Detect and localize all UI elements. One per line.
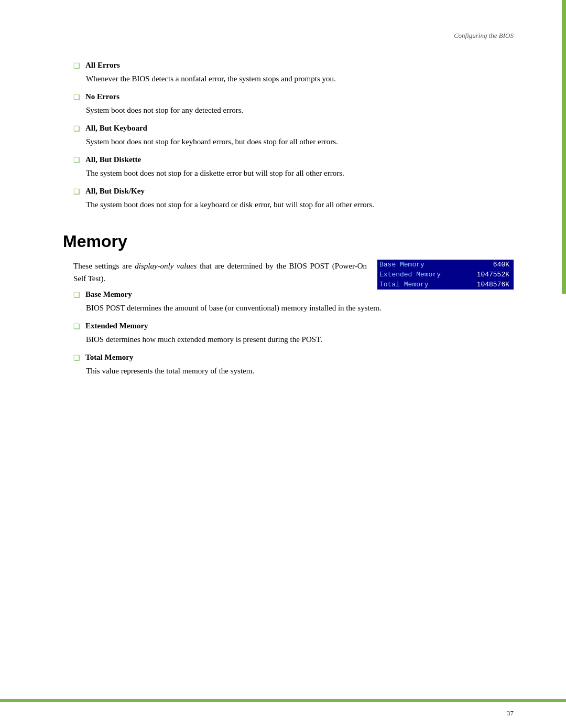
bios-table-container: Base Memory 640K Extended Memory 1047552… [377,260,514,290]
bullet-label-extended-memory: Extended Memory [85,322,148,330]
bullet-label-all-but-disk-key: All, But Disk/Key [85,187,145,196]
checkbox-icon-all-but-disk-key: ❑ [73,187,80,196]
bullet-item-all-but-keyboard: ❑ All, But Keyboard [73,124,514,133]
base-memory-value: 640K [464,260,514,270]
extended-memory-value: 1047552K [464,270,514,280]
bullet-label-all-but-diskette: All, But Diskette [85,155,141,164]
bullet-list-section: ❑ All Errors Whenever the BIOS detects a… [73,61,514,211]
bullet-item-no-errors: ❑ No Errors [73,92,514,102]
checkbox-icon-all-errors: ❑ [73,61,80,70]
bullet-label-all-but-keyboard: All, But Keyboard [85,124,147,133]
bullet-desc-extended-memory: BIOS determines how much extended memory… [86,333,514,346]
page-container: Configuring the BIOS ❑ All Errors Whenev… [0,0,566,728]
total-memory-label: Total Memory [377,280,464,290]
extended-memory-label: Extended Memory [377,270,464,280]
bullet-desc-all-errors: Whenever the BIOS detects a nonfatal err… [86,72,514,85]
bullet-desc-no-errors: System boot does not stop for any detect… [86,104,514,116]
bottom-bar-decoration [0,699,566,702]
bullet-label-base-memory: Base Memory [85,290,132,299]
table-row-base-memory: Base Memory 640K [377,260,514,270]
memory-intro-part1: These settings are [73,262,135,270]
bullet-desc-base-memory: BIOS POST determines the amount of base … [86,302,514,314]
bullet-label-no-errors: No Errors [85,92,119,101]
checkbox-icon-base-memory: ❑ [73,291,80,299]
bullet-item-extended-memory: ❑ Extended Memory [73,322,514,331]
bullet-item-all-but-disk-key: ❑ All, But Disk/Key [73,187,514,196]
bullet-label-all-errors: All Errors [85,61,120,70]
total-memory-value: 1048576K [464,280,514,290]
bullet-item-base-memory: ❑ Base Memory [73,290,367,299]
memory-section-heading: Memory [63,232,514,251]
checkbox-icon-all-but-keyboard: ❑ [73,124,80,133]
bullet-desc-all-but-keyboard: System boot does not stop for keyboard e… [86,135,514,148]
table-row-total-memory: Total Memory 1048576K [377,280,514,290]
page-header: Configuring the BIOS [63,31,514,40]
checkbox-icon-extended-memory: ❑ [73,322,80,331]
right-bar-decoration [562,0,566,294]
memory-intro-section: Base Memory 640K Extended Memory 1047552… [73,260,514,384]
bullet-label-total-memory: Total Memory [85,353,134,362]
base-memory-label: Base Memory [377,260,464,270]
bullet-item-all-but-diskette: ❑ All, But Diskette [73,155,514,165]
checkbox-icon-no-errors: ❑ [73,93,80,102]
page-number: 37 [507,709,514,718]
memory-intro-italic: display-only values [135,262,197,270]
bios-memory-table: Base Memory 640K Extended Memory 1047552… [377,260,514,290]
bullet-item-total-memory: ❑ Total Memory [73,353,514,362]
bullet-desc-all-but-diskette: The system boot does not stop for a disk… [86,167,514,179]
checkbox-icon-total-memory: ❑ [73,354,80,362]
table-row-extended-memory: Extended Memory 1047552K [377,270,514,280]
checkbox-icon-all-but-diskette: ❑ [73,156,80,165]
bullet-desc-total-memory: This value represents the total memory o… [86,365,514,377]
bullet-desc-all-but-disk-key: The system boot does not stop for a keyb… [86,198,514,211]
bullet-item-all-errors: ❑ All Errors [73,61,514,70]
